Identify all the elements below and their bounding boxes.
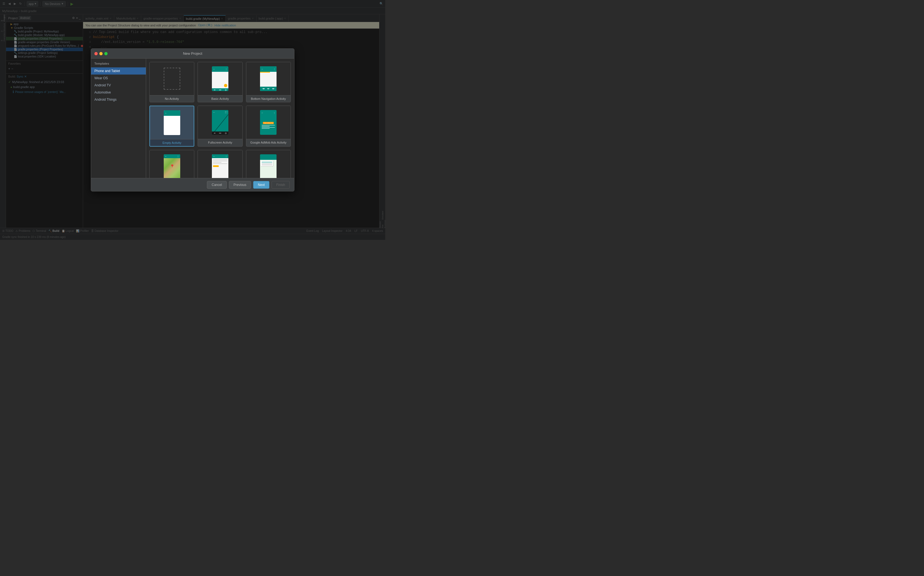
bottom-nav-mockup: ← ⋮ [260,66,277,91]
fullscreen-body [212,114,228,131]
bnav-tab-2 [267,88,269,90]
bnav-bottom [260,86,277,91]
admob-line-short [262,126,270,126]
phone-bottom-nav [212,88,228,91]
fullscreen-header: ← ⛶ [212,110,228,114]
dialog-footer: Cancel Previous Next Finish [91,178,294,191]
template-admob-label: Google AdMob Ads Activity [246,139,291,146]
scroll-btn [213,165,219,167]
category-android-things[interactable]: Android Things [91,96,146,103]
scroll-dots: ⋮ [225,155,227,158]
scroll-body [212,158,228,178]
category-automotive[interactable]: Automotive [91,89,146,96]
admob-line-full2 [262,127,275,128]
bnav-arrow: ← [261,68,263,70]
scroll-header: ← ⋮ [212,154,228,158]
template-no-activity-label: No Activity [150,95,194,102]
template-empty-activity-label: Empty Activity [150,139,194,146]
empty-activity-preview: ← [150,106,194,139]
map-back-arrow: ← [165,155,167,158]
template-no-activity[interactable]: No Activity [149,62,194,102]
dialog-categories: Templates Phone and Tablet Wear OS Andro… [91,59,146,178]
admob-header: ← ⋮ [260,110,277,115]
maps-preview: ← ⋮ [150,150,194,178]
scroll-line-3 [213,162,221,163]
scroll-line-4 [213,163,227,164]
settings-line-1 [262,164,272,164]
category-wear-os[interactable]: Wear OS [91,75,146,82]
category-label: Android TV [94,83,111,87]
template-settings[interactable]: Settings Activity [246,150,291,178]
settings-body [260,160,277,178]
bnav-tab-line [267,89,269,90]
template-fullscreen[interactable]: ← ⛶ [198,106,242,147]
template-empty-activity[interactable]: ← Empty Activity [149,106,194,147]
category-android-tv[interactable]: Android TV [91,82,146,89]
traffic-light-green[interactable] [104,52,107,55]
settings-panel [261,161,273,166]
settings-header [260,154,277,160]
map-header: ← ⋮ [164,154,180,158]
template-bottom-nav-label: Bottom Navigation Activity [246,95,291,102]
map-dots: ⋮ [177,155,179,158]
bnav-tab-1 [263,88,265,90]
traffic-lights [94,52,107,55]
menu-dots-icon: ⋮ [225,68,227,70]
bnav-tab-line [263,89,264,90]
back-arrow-icon: ← [213,68,215,70]
admob-lines [262,125,275,129]
basic-phone-mockup: ← ⋮ [212,66,228,91]
admob-back-arrow: ← [261,112,263,114]
category-label: Android Things [94,98,117,101]
template-bottom-nav[interactable]: ← ⋮ [246,62,291,102]
scrollable-mockup: ← ⋮ [212,154,228,178]
admob-line-short2 [262,128,270,129]
template-fullscreen-label: Fullscreen Activity [198,139,242,146]
empty-mockup: ← [164,110,180,135]
no-activity-dashed-box [164,68,180,90]
fullscreen-preview: ← ⛶ [198,106,242,139]
fullscreen-mockup: ← ⛶ [212,110,228,135]
map-mockup: ← ⋮ [164,154,180,178]
nav-line [219,90,221,90]
bnav-tab-dot [267,88,269,89]
interstitial-ad-badge: Interstitial Ad [263,122,274,124]
bnav-header: ← ⋮ [260,66,277,72]
traffic-light-yellow[interactable] [99,52,102,55]
new-project-dialog: New Project Templates Phone and Tablet W… [91,48,295,192]
cancel-button[interactable]: Cancel [207,181,226,189]
admob-dots: ⋮ [273,112,275,114]
map-pin-head [171,165,173,166]
expand-icon: ⛶ [225,111,227,114]
admob-preview: ← ⋮ Interstitial Ad [246,106,291,139]
bnav-tab-dot [263,88,265,89]
phone-header: ← ⋮ [212,66,228,72]
nav-dot [214,90,215,90]
category-phone-tablet[interactable]: Phone and Tablet [91,67,146,75]
empty-header: ← [164,110,180,116]
phone-body [212,72,228,88]
map-pin-tail [172,166,173,167]
template-basic-activity[interactable]: ← ⋮ [198,62,242,102]
settings-preview [246,150,291,178]
previous-button[interactable]: Previous [229,181,251,189]
scroll-line-1 [213,159,227,160]
empty-back-arrow: ← [165,112,167,114]
settings-mockup [260,154,277,178]
dialog-body: Templates Phone and Tablet Wear OS Andro… [91,59,294,178]
scroll-back-arrow: ← [213,155,215,158]
traffic-light-red[interactable] [94,52,98,55]
dialog-templates: No Activity ← ⋮ [146,59,294,178]
template-maps[interactable]: ← ⋮ Google [149,150,194,178]
category-label: Automotive [94,91,111,94]
diagonal-line-svg [212,114,228,135]
templates-grid: No Activity ← ⋮ [149,62,291,178]
bnav-tab-dot [272,88,274,89]
template-scrollable[interactable]: ← ⋮ [198,150,242,178]
map-pin [171,165,173,167]
dialog-title: New Project [183,51,202,56]
template-admob[interactable]: ← ⋮ Interstitial Ad [246,106,291,147]
bnav-body [260,73,277,86]
next-button[interactable]: Next [253,181,269,189]
templates-header: Templates [91,61,146,67]
